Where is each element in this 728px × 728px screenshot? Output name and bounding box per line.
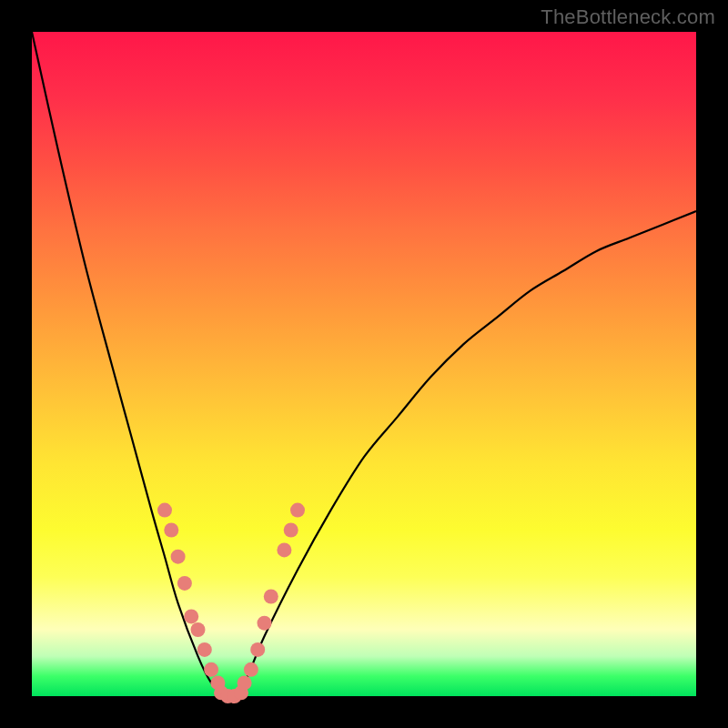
chart-plot-area (32, 32, 696, 696)
bead-marker (197, 642, 212, 657)
bead-marker (191, 622, 206, 637)
bead-marker (258, 616, 272, 631)
bead-marker (264, 590, 278, 604)
bead-marker (250, 642, 265, 657)
bead-marker (204, 662, 218, 677)
bead-marker (184, 609, 198, 623)
bead-marker (238, 675, 252, 690)
watermark-text: TheBottleneck.com (541, 5, 715, 29)
bead-group (157, 503, 305, 703)
bead-marker (244, 662, 258, 677)
bead-marker (277, 542, 291, 557)
bead-marker (290, 503, 305, 518)
bead-marker (157, 503, 172, 518)
bead-marker (284, 523, 298, 538)
bead-marker (171, 550, 186, 564)
bottleneck-curve-svg (32, 32, 696, 696)
chart-frame: TheBottleneck.com (0, 0, 728, 728)
bottleneck-curve (32, 32, 696, 698)
bead-marker (177, 576, 192, 591)
bead-marker (164, 523, 178, 538)
